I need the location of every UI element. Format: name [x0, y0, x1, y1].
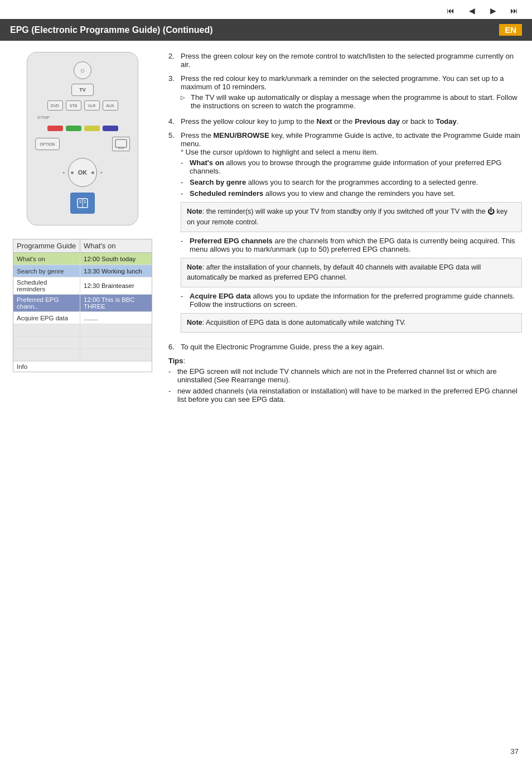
note-label-3: Note — [187, 319, 202, 326]
red-btn-icon — [47, 126, 63, 131]
step-5-content: Press the MENU/BROWSE key, while Program… — [181, 131, 522, 337]
whats-on-text: What's on allows you to browse through t… — [190, 158, 522, 175]
color-buttons-row — [47, 126, 118, 131]
epg-menu-header: Programme Guide What's on — [13, 239, 152, 253]
epg-empty-right-1 — [80, 324, 152, 336]
epg-right-search: 13:30 Working lunch — [80, 265, 152, 277]
dash-list-2: - Preferred EPG channels are the channel… — [181, 237, 522, 253]
tip-1-text: the EPG screen will not include TV chann… — [177, 367, 522, 384]
dash-icon-3: - — [181, 189, 187, 198]
skip-back-btn[interactable]: ⏮ — [443, 4, 458, 17]
next-btn[interactable]: ▶ — [485, 4, 501, 17]
step-3-content: Press the red colour key to mark/unmark … — [181, 74, 522, 112]
tip-dash-1: - — [168, 367, 175, 384]
tip-2-text: new added channels (via reinstallation o… — [177, 387, 522, 403]
note-box-1: Note: the reminder(s) will wake up your … — [181, 202, 522, 232]
menu-browse-bold: MENU/BROWSE — [214, 131, 269, 140]
epg-left-whats-on: What's on — [13, 253, 80, 265]
epg-row-acquire: Acquire EPG data ........ — [13, 312, 152, 324]
step-6-content: To quit the Electronic Programme Guide, … — [181, 343, 522, 351]
acquire-epg-text: Acquire EPG data allows you to update th… — [190, 292, 522, 309]
epg-left-preferred: Preferred EPG chann.. — [13, 295, 80, 311]
svg-rect-0 — [115, 140, 127, 147]
scheduled-reminders-item: - Scheduled reminders allows you to view… — [181, 189, 522, 198]
tip-dash-2: - — [168, 387, 175, 403]
epg-row-search-genre: Search by genre 13:30 Working lunch — [13, 265, 152, 277]
note-box-2: Note: after the installation of your cha… — [181, 258, 522, 288]
epg-menu-header-right: What's on — [80, 239, 152, 252]
triangle-bullet-icon: ▷ — [181, 93, 188, 110]
note-label-2: Note — [187, 263, 202, 271]
dash-icon-5: - — [181, 292, 187, 309]
power-symbol: ⏻ — [487, 208, 495, 215]
search-genre-item: - Search by genre allows you to search f… — [181, 178, 522, 186]
title-bar: EPG (Electronic Programme Guide) (Contin… — [0, 19, 532, 41]
epg-menu-header-left: Programme Guide — [13, 239, 80, 252]
acquire-epg-item: - Acquire EPG data allows you to update … — [181, 292, 522, 309]
green-btn-icon — [66, 126, 81, 131]
step-4-num: 4. — [168, 117, 177, 126]
epg-row-preferred: Preferred EPG chann.. 12:00 This is BBC … — [13, 295, 152, 312]
option-row: OPTION — [35, 137, 130, 151]
epg-row-whats-on: What's on 12:00 South today — [13, 253, 152, 265]
page-number: 37 — [511, 747, 519, 756]
epg-book-button-icon — [70, 193, 95, 214]
epg-row-empty-3 — [13, 349, 152, 361]
epg-left-scheduled: Scheduled reminders — [13, 277, 80, 294]
step-3: 3. Press the red colour key to mark/unma… — [168, 74, 522, 112]
power-button-icon: ○ — [74, 61, 91, 79]
main-content: ○ TV DVD STB VLR AUX DTMF OPTION — [0, 41, 532, 417]
epg-row-empty-2 — [13, 337, 152, 349]
step-6-num: 6. — [168, 343, 177, 351]
step-5: 5. Press the MENU/BROWSE key, while Prog… — [168, 131, 522, 337]
tv-screen-icon — [112, 137, 130, 151]
tv-button-icon: TV — [71, 84, 94, 96]
skip-forward-btn[interactable]: ⏭ — [506, 4, 522, 17]
previous-day-bold: Previous day — [355, 117, 400, 126]
epg-row-scheduled: Scheduled reminders 12:30 Brainteaser — [13, 277, 152, 295]
tips-section: Tips: - the EPG screen will not include … — [168, 357, 522, 403]
step-4-content: Press the yellow colour key to jump to t… — [181, 117, 522, 126]
right-column: 2. Press the green colour key on the rem… — [168, 52, 522, 406]
dash-icon-2: - — [181, 178, 187, 186]
step-4: 4. Press the yellow colour key to jump t… — [168, 117, 522, 126]
epg-left-acquire: Acquire EPG data — [13, 312, 80, 324]
epg-empty-left-2 — [13, 337, 80, 348]
epg-right-scheduled: 12:30 Brainteaser — [80, 277, 152, 294]
step-3-num: 3. — [168, 74, 177, 112]
blue-btn-icon — [103, 126, 118, 131]
ok-button-icon: OK — [68, 158, 97, 187]
epg-empty-right-2 — [80, 337, 152, 348]
vlr-button-icon: VLR — [84, 100, 100, 110]
prev-btn[interactable]: ◀ — [464, 4, 480, 17]
source-buttons-row: DVD STB VLR AUX — [47, 100, 118, 110]
whats-on-item: - What's on allows you to browse through… — [181, 158, 522, 175]
epg-left-search: Search by genre — [13, 265, 80, 277]
dvd-button-icon: DVD — [47, 100, 63, 110]
note-label-1: Note — [187, 208, 202, 215]
option-button-icon: OPTION — [35, 138, 60, 150]
dash-icon-1: - — [181, 158, 187, 175]
tip-1: - the EPG screen will not include TV cha… — [168, 367, 522, 384]
remote-illustration: ○ TV DVD STB VLR AUX DTMF OPTION — [27, 52, 138, 225]
epg-right-preferred: 12:00 This is BBC THREE — [80, 295, 152, 311]
epg-right-acquire: ........ — [80, 312, 152, 324]
preferred-epg-text: Preferred EPG channels are the channels … — [190, 237, 522, 253]
epg-right-whats-on: 12:00 South today — [80, 253, 152, 265]
language-badge: EN — [499, 24, 522, 36]
step-3-sublist: ▷ The TV will wake up automatically or d… — [181, 93, 522, 110]
instruction-list: 2. Press the green colour key on the rem… — [168, 52, 522, 351]
epg-empty-left-3 — [13, 349, 80, 361]
epg-info-row: Info — [13, 361, 152, 372]
cursor-note: ° Use the cursor up/down to highlight an… — [181, 148, 378, 156]
step-3-sub-1: ▷ The TV will wake up automatically or d… — [181, 93, 522, 110]
stb-button-icon: STB — [66, 100, 81, 110]
epg-menu-widget: Programme Guide What's on What's on 12:0… — [13, 239, 152, 372]
aux-button-icon: AUX — [103, 100, 118, 110]
dash-icon-4: - — [181, 237, 187, 253]
note-box-3: Note: Acquisition of EPG data is done au… — [181, 313, 522, 333]
ok-nav-area: • OK • — [35, 158, 130, 214]
next-bold: Next — [317, 117, 332, 126]
top-nav: ⏮ ◀ ▶ ⏭ — [0, 0, 532, 19]
epg-empty-left-1 — [13, 324, 80, 336]
